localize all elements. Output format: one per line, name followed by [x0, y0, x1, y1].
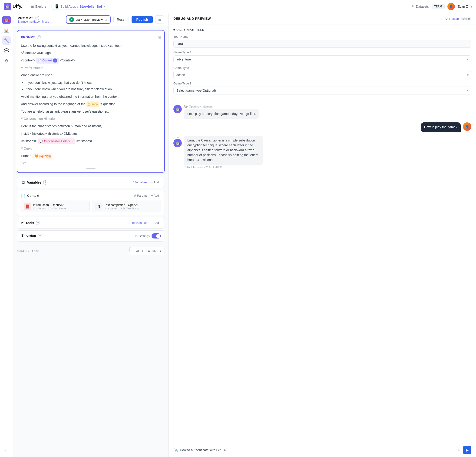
- sidebar-icon-build[interactable]: 🔧: [2, 36, 11, 45]
- app-icon[interactable]: 🤖: [2, 16, 11, 24]
- prompt-help-icon[interactable]: ?: [35, 16, 39, 20]
- game-type-2-select[interactable]: action adventure puzzle strategy: [173, 71, 471, 79]
- histories-text1: Here is the chat histories between human…: [21, 123, 161, 129]
- context-tag[interactable]: 📄 Context 2: [36, 58, 59, 63]
- variables-label: Variables: [27, 181, 42, 184]
- prefix-comment: # Prefix Prompt: [21, 65, 161, 71]
- sidebar-icons: 🤖 📊 🔧 💬 ⚙ ←: [0, 13, 13, 457]
- context-params-button[interactable]: ⇄ Params: [134, 194, 148, 197]
- game-type-2-select-wrapper: action adventure puzzle strategy: [173, 71, 471, 79]
- logo-text: Dify.: [13, 4, 22, 9]
- params-icon: ⇄: [134, 194, 136, 197]
- message-dots-menu[interactable]: ···: [176, 136, 179, 139]
- vision-help-icon[interactable]: ?: [38, 234, 42, 238]
- user-var-tag[interactable]: {{user}}: [86, 101, 99, 107]
- bot-message-1: ··· 🤖 Lara, the Caesar cipher is a simpl…: [173, 136, 471, 168]
- datasets-nav-link[interactable]: 🗄 Datasets: [411, 5, 429, 8]
- sidebar-icon-chart[interactable]: 📊: [2, 26, 11, 35]
- game-type-1-label: Game Type 1: [173, 51, 471, 54]
- bot-opening-message: 🤖 💬 Opening statement Let's play a decry…: [173, 105, 471, 119]
- attachment-icon[interactable]: 📎: [173, 448, 178, 452]
- tools-help-icon[interactable]: ?: [36, 221, 40, 225]
- collapse-sidebar-button[interactable]: ←: [2, 446, 11, 454]
- avatar: 👤: [447, 3, 455, 10]
- variables-section: [x] Variables ? 5 Variables + Add: [17, 177, 165, 188]
- game-type-3-select[interactable]: Select game type(Optional) action advent…: [173, 87, 471, 95]
- publish-button[interactable]: Publish: [132, 16, 153, 23]
- copy-icon[interactable]: ⎘: [158, 34, 161, 40]
- tools-add-button[interactable]: + Add: [149, 220, 161, 226]
- sidebar-icon-settings[interactable]: ⚙: [2, 57, 11, 65]
- tools-icon: ✂: [21, 220, 24, 225]
- model-name-label: gpt-4-vision-preview: [76, 18, 103, 21]
- variables-help-icon[interactable]: ?: [43, 180, 47, 185]
- add-features-button[interactable]: + ADD FEATURES: [129, 247, 165, 255]
- breadcrumb: 📱 Build Apps / Storyteller Bot ▾: [51, 3, 408, 10]
- query-var-tag[interactable]: 🧡 {{query}}: [33, 153, 52, 159]
- main-layout: 🤖 📊 🔧 💬 ⚙ ← PROMPT ?: [0, 13, 476, 457]
- team-badge[interactable]: TEAM: [432, 4, 445, 9]
- prompt-subtitle: Engineering Expert Mode: [18, 20, 63, 23]
- game-type-1-select-wrapper: adventure action puzzle strategy: [173, 55, 471, 63]
- opening-bubble: Let's play a decryption game today. You …: [184, 109, 259, 119]
- scroll-indicator: [21, 168, 161, 169]
- prompt-context-line: <context> 📄 Context 2 </context>: [21, 58, 161, 63]
- variables-count: 5 Variables: [133, 181, 147, 184]
- para1: Avoid mentioning that you obtained the i…: [21, 94, 161, 100]
- prompt-box-help-icon[interactable]: ?: [37, 35, 41, 39]
- context-section-header: 📄 Context ⇄ Params + Add: [21, 193, 161, 198]
- chat-enhance-section: CHAT ENHANCE + ADD FEATURES: [13, 243, 169, 259]
- explore-nav-link[interactable]: ⊞ Explore: [29, 3, 49, 10]
- restart-button[interactable]: ↺ Restart: [445, 17, 459, 20]
- debug-header-right: ↺ Restart Shift R: [445, 17, 471, 20]
- chevron-down-icon: ▾: [103, 5, 105, 8]
- context-title: 📄 Context: [21, 193, 39, 198]
- history-ellipsis: ···: [71, 139, 73, 144]
- query-line: Human: 🧡 {{query}}: [21, 153, 161, 159]
- pdf-icon: 📕: [24, 203, 31, 210]
- input-section-label: USER INPUT FIELD: [176, 28, 204, 32]
- user-name: Evan Z: [458, 5, 468, 8]
- context-label: Context: [27, 194, 39, 198]
- bot-icon: 🤖: [4, 18, 9, 22]
- context-section: 📄 Context ⇄ Params + Add 📕: [17, 190, 165, 215]
- chevron-down-icon: ▾: [173, 28, 175, 32]
- settings-icon: ⚙: [5, 58, 8, 63]
- notion-item-meta: 3.1k Words · 17.5k Text Blocks: [104, 207, 158, 210]
- model-selector-button[interactable]: ✦ gpt-4-vision-preview ⚙: [66, 15, 111, 24]
- variables-add-button[interactable]: + Add: [149, 180, 161, 185]
- game-type-3-select-wrapper: Select game type(Optional) action advent…: [173, 87, 471, 95]
- chat-input[interactable]: [180, 448, 456, 452]
- prompt-box[interactable]: PROMPT ? ⎘ Use the following context as …: [17, 30, 165, 173]
- context-count-badge: 2: [53, 58, 57, 62]
- settings-gear-icon: ⚙: [135, 234, 138, 238]
- game-type-1-select[interactable]: adventure action puzzle strategy: [173, 55, 471, 63]
- input-section-header[interactable]: ▾ USER INPUT FIELD: [173, 28, 471, 32]
- datasets-icon: 🗄: [411, 5, 414, 8]
- app-logo[interactable]: 🤖 Dify.: [4, 3, 22, 10]
- debug-header: DEBUG AND PREVIEW ↺ Restart Shift R: [169, 13, 476, 25]
- build-apps-icon: 📱: [54, 4, 59, 9]
- vision-section-header: 👁 Vision ? ⚙ Settings: [21, 233, 161, 238]
- reset-button[interactable]: Reset: [113, 16, 129, 23]
- your-name-input[interactable]: [173, 40, 471, 48]
- bullet-1: If you don't know, just say that you don…: [26, 80, 161, 86]
- vision-toggle-switch[interactable]: [152, 233, 161, 238]
- nav-right: TEAM 👤 Evan Z ▾: [432, 3, 472, 10]
- build-apps-breadcrumb[interactable]: 📱 Build Apps / Storyteller Bot ▾: [51, 3, 108, 10]
- send-button[interactable]: ▶: [463, 446, 471, 454]
- conversation-history-tag[interactable]: 💬 Conversation History ···: [38, 139, 75, 144]
- game-type-2-label: Game Type 2: [173, 66, 471, 70]
- prompt-box-title: PROMPT ?: [21, 35, 41, 40]
- context-add-button[interactable]: + Add: [149, 193, 161, 198]
- vision-settings-button[interactable]: ⚙ Settings: [135, 234, 150, 238]
- histories-text2: inside <histories></histories> XML tags.: [21, 131, 161, 137]
- your-name-field-group: Your Name: [173, 35, 471, 48]
- vision-section: 👁 Vision ? ⚙ Settings: [17, 230, 165, 242]
- bot-avatar-opening: 🤖: [173, 105, 182, 113]
- build-apps-label: Build Apps: [60, 5, 76, 8]
- layout-toggle-button[interactable]: ⊞: [155, 15, 164, 24]
- context-items-list: 📕 Introduction - OpenAI API 0.3k Words ·…: [21, 201, 161, 212]
- sidebar-icon-message[interactable]: 💬: [2, 46, 11, 55]
- notion-icon: N: [95, 203, 102, 210]
